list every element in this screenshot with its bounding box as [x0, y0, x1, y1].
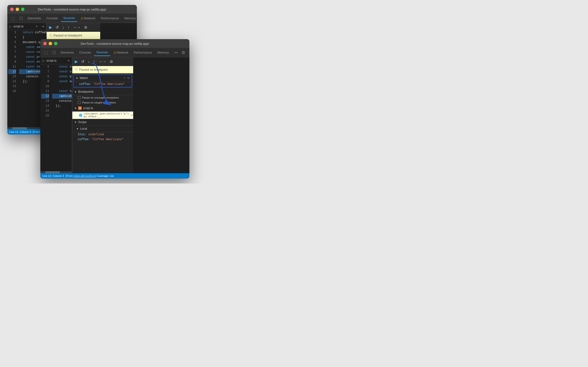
code-content-front: 678910 11 12 13141516 const seedNum = Ma… — [40, 64, 72, 171]
bp-script-name: script.ts — [83, 106, 93, 110]
bp-uncaught-label-front: Pause on uncaught exceptions — [82, 96, 119, 99]
tab-sources-back[interactable]: Sources — [61, 15, 77, 22]
inspect-icon[interactable]: ⬚ — [9, 15, 17, 22]
bp-check-icon: ✓ — [79, 114, 82, 117]
code-line-f-16 — [52, 113, 72, 118]
tab-bar-back: ⬚ ☐ Elements Console Sources ⚠Network Pe… — [7, 14, 137, 23]
tab-memory-front[interactable]: Memory — [155, 49, 171, 56]
step-out-btn-back[interactable]: ↑ — [67, 25, 70, 30]
watch-item-front: coffee: "Coffee Americano" — [74, 81, 132, 87]
tab-performance-back[interactable]: Performance — [98, 15, 121, 22]
code-editor-front: 678910 11 12 13141516 const seedNum = Ma… — [40, 64, 72, 173]
status-text-front: Line 12, Column 4 (From index.a8c1ec6b.j… — [42, 174, 114, 177]
bp-script-header[interactable]: ▼ TS script.ts — [72, 105, 133, 112]
scrollbar-thumb-front — [45, 171, 60, 173]
watch-key-front: coffee: — [79, 82, 93, 86]
tab-elements-front[interactable]: Elements — [58, 49, 76, 56]
watch-label-front: Watch — [80, 76, 88, 80]
network-warn-icon-front: ⚠ — [113, 51, 116, 54]
bp-caught-checkbox-front[interactable] — [78, 101, 81, 104]
traffic-lights-back — [10, 8, 24, 11]
info-icon-back: ⓘ — [49, 33, 52, 37]
file-expand-icon-back[interactable]: ⇥ — [41, 24, 44, 28]
deactivate-btn-back[interactable]: ⊘ — [84, 24, 88, 30]
scope-label-front: Scope — [78, 120, 87, 124]
tab-more-front[interactable]: >> — [172, 49, 180, 56]
tab-bar-end-front: ⚙ ⋮ — [181, 50, 189, 55]
scope-this: this: undefined — [72, 132, 133, 137]
bp-uncaught-front: Pause on uncaught exceptions — [72, 95, 133, 100]
code-line-f-10 — [52, 84, 72, 89]
minimize-button-back[interactable] — [16, 8, 19, 11]
file-close-back[interactable]: ✕ — [35, 25, 38, 28]
step-next-btn-front[interactable]: →→ — [98, 59, 107, 64]
step-next-btn-back[interactable]: →→ — [72, 25, 81, 30]
window-title-back: DevTools - consistent-source-map-pc.netl… — [38, 8, 106, 11]
breakpoints-header-front[interactable]: ▼ Breakpoints — [72, 89, 133, 95]
close-button-front[interactable] — [43, 42, 47, 45]
local-header-front[interactable]: ▼ Local — [72, 126, 133, 132]
step-over-btn-front[interactable]: ↺ — [81, 59, 85, 64]
paused-text-front: Paused on breakpoint — [79, 68, 108, 71]
tab-bar-front: ⬚ ☐ Elements Console Sources ⚠Network Pe… — [40, 48, 189, 57]
paused-text-back: Paused on breakpoint — [54, 34, 82, 37]
tab-performance-front[interactable]: Performance — [131, 49, 154, 56]
tab-memory-back[interactable]: Memory — [122, 15, 137, 22]
content-area-front: ▷ script.ts ✕ 678910 11 12 13141516 cons… — [40, 57, 189, 173]
tab-console-front[interactable]: Console — [77, 49, 93, 56]
code-line-f-12: (document.querySelector('p') as HTML — [52, 94, 72, 99]
bp-uncaught-checkbox-front[interactable] — [78, 96, 81, 99]
settings-icon-front[interactable]: ⚙ — [181, 50, 185, 55]
bp-caught-label-front: Pause on caught exceptions — [82, 101, 116, 104]
code-line-f-15 — [52, 108, 72, 113]
maximize-button-front[interactable] — [54, 42, 57, 45]
code-lines-front: const seedNum = Math.floor(Math.random( … — [50, 64, 72, 171]
minimize-button-front[interactable] — [49, 42, 52, 45]
device-icon[interactable]: ☐ — [17, 15, 25, 22]
step-out-btn-front[interactable]: ↑ — [93, 59, 96, 64]
tab-elements-back[interactable]: Elements — [25, 15, 43, 22]
resume-btn-front[interactable]: ▶ — [74, 59, 78, 64]
inspect-icon-front[interactable]: ⬚ — [42, 49, 50, 56]
title-bar-back: DevTools - consistent-source-map-pc.netl… — [7, 5, 137, 14]
scope-this-key: this: — [78, 133, 88, 136]
watch-val-front: "Coffee Americano" — [93, 82, 125, 86]
add-watch-icon-front[interactable]: + — [124, 76, 125, 80]
file-close-front[interactable]: ✕ — [67, 59, 70, 62]
more-icon-front[interactable]: ⋮ — [187, 50, 189, 55]
watch-actions-front: + ↻ — [124, 76, 130, 80]
file-tab-front: ▷ script.ts ✕ — [40, 57, 72, 64]
file-name-back: script.ts — [13, 25, 23, 28]
refresh-watch-icon-front[interactable]: ↻ — [127, 76, 130, 80]
step-into-btn-back[interactable]: ↓ — [62, 25, 65, 30]
sidebar-icon-front[interactable]: ▷ — [42, 59, 45, 63]
scope-header-front[interactable]: ▼ Scope — [72, 119, 133, 126]
sidebar-icon-back[interactable]: ▷ — [9, 24, 12, 28]
tab-network-front[interactable]: ⚠Network — [111, 49, 131, 56]
close-button-back[interactable] — [10, 8, 14, 11]
code-line-f-8: const price = seedNum % 100 + ' Euro'; — [52, 74, 72, 79]
scope-coffee-key: coffee: — [78, 138, 92, 141]
code-line-f-14: }); — [52, 103, 72, 108]
local-label-front: Local — [80, 127, 87, 130]
tab-console-back[interactable]: Console — [44, 15, 60, 22]
devtools-window-front: DevTools - consistent-source-map-pc.netl… — [40, 39, 189, 179]
watch-header-front[interactable]: ▼ Watch + ↻ — [74, 75, 132, 81]
file-tab-back: ▷ script.ts ✕ ⇥ — [7, 23, 46, 30]
scrollbar-h-front[interactable] — [40, 171, 72, 173]
file-name-front: script.ts — [46, 59, 56, 62]
watch-arrow-icon-front: ▼ — [76, 77, 78, 80]
tab-sources-front[interactable]: Sources — [94, 49, 110, 56]
deactivate-btn-front[interactable]: ⊘ — [109, 59, 113, 64]
network-warn-icon: ⚠ — [80, 16, 83, 20]
bp-arrow-front: ▼ — [74, 91, 77, 93]
tab-network-back[interactable]: ⚠Network — [78, 15, 98, 22]
step-over-btn-back[interactable]: ↺ — [55, 24, 59, 30]
device-icon-front[interactable]: ☐ — [50, 49, 58, 56]
step-into-btn-front[interactable]: ↓ — [87, 59, 90, 64]
maximize-button-back[interactable] — [21, 8, 24, 11]
code-line-f-11: const text = `The ${coffee} costs ${pri — [52, 89, 72, 94]
resume-btn-back[interactable]: ▶ — [49, 24, 53, 30]
status-link-front[interactable]: index.a8c1ec6b.js — [74, 174, 95, 177]
title-bar-front: DevTools - consistent-source-map-pc.netl… — [40, 39, 189, 48]
